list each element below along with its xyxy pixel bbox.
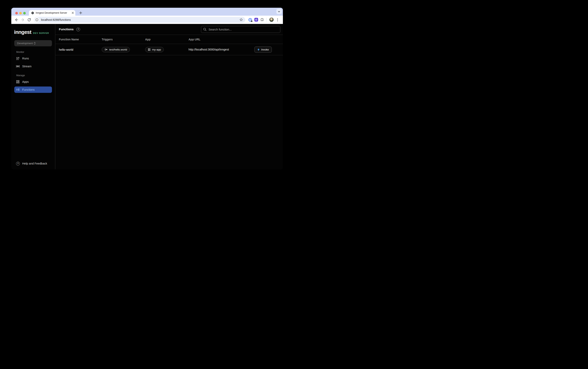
extensions-menu-button[interactable] xyxy=(259,17,265,23)
tab-title: Inngest Development Server xyxy=(36,11,72,14)
browser-menu-button[interactable] xyxy=(275,17,280,23)
trigger-badge-label: test/hello.world xyxy=(109,48,127,51)
trigger-badge[interactable]: test/hello.world xyxy=(102,47,130,52)
password-lock-icon xyxy=(248,18,252,22)
table-row[interactable]: hello-world test/hello.world xyxy=(55,44,283,55)
invoke-button[interactable]: Invoke xyxy=(254,47,272,53)
purple-extension-button[interactable] xyxy=(253,17,259,23)
browser-toolbar: localhost:8288/functions xyxy=(11,16,283,24)
app-grid-icon xyxy=(148,48,150,51)
column-app: App xyxy=(145,38,189,41)
close-window-button[interactable] xyxy=(15,12,18,14)
sidebar-item-functions[interactable]: Functions xyxy=(14,87,52,93)
sidebar-item-label: Functions xyxy=(22,88,35,91)
inngest-favicon-icon xyxy=(31,11,34,14)
password-manager-extension-button[interactable] xyxy=(247,17,253,23)
address-bar[interactable]: localhost:8288/functions xyxy=(34,17,245,23)
search-input[interactable] xyxy=(208,28,278,31)
sidebar: inngest DEV SERVER Development Monitor R… xyxy=(11,24,55,169)
profile-avatar[interactable] xyxy=(269,17,274,22)
table-empty-area xyxy=(55,55,283,169)
functions-help-icon[interactable]: ? xyxy=(76,28,80,31)
browser-tab-strip: Inngest Development Server xyxy=(11,8,283,16)
sidebar-section-manage: Manage xyxy=(16,74,55,77)
table-header: Function Name Triggers App App URL xyxy=(55,35,283,44)
bookmark-star-button[interactable] xyxy=(239,17,244,22)
reload-button[interactable] xyxy=(26,17,32,23)
app-badge-label: my-app xyxy=(152,48,161,51)
help-and-feedback-button[interactable]: ? Help and Feedback xyxy=(11,160,55,167)
chevron-down-icon xyxy=(278,10,280,13)
browser-window: Inngest Development Server xyxy=(11,8,283,170)
functions-list-icon xyxy=(16,88,20,91)
page-title: Functions xyxy=(59,28,74,31)
sidebar-item-label: Apps xyxy=(22,80,29,83)
search-function-box[interactable] xyxy=(201,26,280,33)
back-button[interactable] xyxy=(13,17,20,23)
star-icon xyxy=(240,18,243,21)
select-chevrons-icon xyxy=(33,41,50,45)
tab-search-button[interactable] xyxy=(276,9,282,14)
environment-select[interactable]: Development xyxy=(14,40,52,46)
logo-wordmark: inngest xyxy=(14,30,31,35)
url-text: localhost:8288/functions xyxy=(41,18,239,21)
help-icon: ? xyxy=(16,162,20,166)
app-content: inngest DEV SERVER Development Monitor R… xyxy=(11,24,283,169)
runs-list-icon xyxy=(16,57,20,60)
zoom-window-button[interactable] xyxy=(23,12,26,14)
new-tab-button[interactable] xyxy=(78,10,83,15)
search-icon xyxy=(203,28,207,31)
macos-traffic-lights xyxy=(15,12,26,14)
minimize-window-button[interactable] xyxy=(19,12,22,14)
puzzle-piece-icon xyxy=(260,18,264,21)
help-and-feedback-label: Help and Feedback xyxy=(22,162,47,165)
invoke-button-label: Invoke xyxy=(261,48,269,51)
sidebar-section-monitor: Monitor xyxy=(16,51,55,53)
app-url: http://localhost:3000/api/inngest xyxy=(189,48,254,51)
dev-server-badge: DEV SERVER xyxy=(33,32,49,34)
column-triggers: Triggers xyxy=(102,38,145,41)
forward-button[interactable] xyxy=(20,17,26,23)
three-dot-menu-icon xyxy=(277,18,278,21)
sidebar-item-label: Stream xyxy=(22,65,32,68)
site-info-button[interactable] xyxy=(34,17,39,22)
sidebar-item-label: Runs xyxy=(22,57,29,60)
main-panel: Functions ? Function Name Triggers App A… xyxy=(55,24,283,169)
main-header: Functions ? xyxy=(55,24,283,35)
column-function-name: Function Name xyxy=(59,38,102,41)
info-icon xyxy=(35,18,39,21)
sidebar-item-apps[interactable]: Apps xyxy=(11,78,55,85)
apps-shapes-icon xyxy=(16,80,20,84)
toolbar-divider xyxy=(266,18,267,22)
function-name[interactable]: hello-world xyxy=(59,48,102,51)
screen: Inngest Development Server xyxy=(0,0,294,184)
column-app-url: App URL xyxy=(189,38,283,41)
sidebar-item-runs[interactable]: Runs xyxy=(11,55,55,62)
tab-close-icon[interactable] xyxy=(72,12,74,14)
inngest-logo: inngest DEV SERVER xyxy=(14,30,52,35)
globe-extension-icon xyxy=(254,18,258,21)
event-trigger-icon xyxy=(105,48,108,51)
browser-tab[interactable]: Inngest Development Server xyxy=(29,10,75,16)
app-badge[interactable]: my-app xyxy=(145,47,164,52)
sidebar-item-stream[interactable]: Stream xyxy=(11,63,55,70)
stream-broadcast-icon xyxy=(16,65,20,68)
lightning-bolt-icon xyxy=(257,48,260,51)
environment-select-value: Development xyxy=(17,42,33,45)
